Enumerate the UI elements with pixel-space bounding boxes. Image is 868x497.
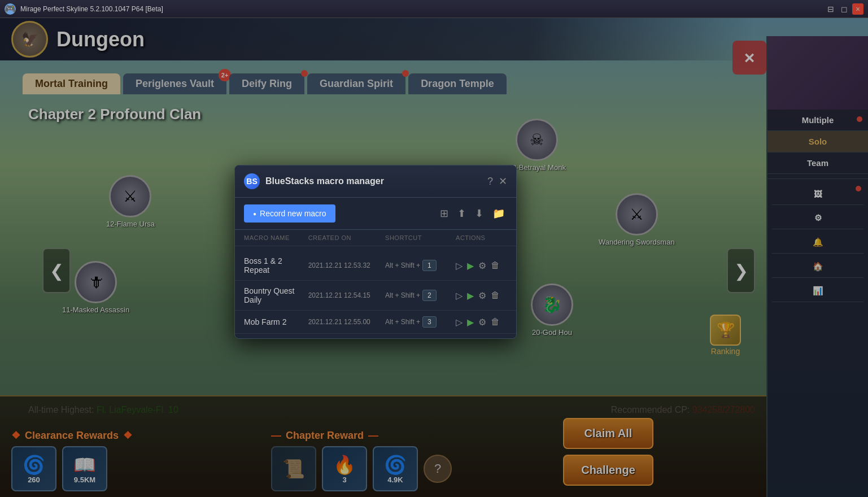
folder-icon[interactable]: 📁 <box>490 205 507 222</box>
macro-row-1: Boss 1 & 2 Repeat 2021.12.21 12.53.32 Al… <box>235 251 516 281</box>
shortcut-key-1: 1 <box>422 260 437 271</box>
macro-play-1[interactable]: ▶ <box>467 260 474 271</box>
col-shortcut: SHORTCUT <box>385 234 456 241</box>
shortcut-key-2: 2 <box>422 290 437 301</box>
export-icon[interactable]: ⬆ <box>455 205 468 222</box>
macro-actions-1: ▷ ▶ ⚙ 🗑 <box>456 260 507 271</box>
macro-edit-2[interactable]: ▷ <box>456 290 463 301</box>
bluestacks-logo: BS <box>244 173 260 189</box>
macro-settings-2[interactable]: ⚙ <box>478 290 486 301</box>
macro-play-3[interactable]: ▶ <box>467 317 474 328</box>
game-window: 🦅 Dungeon × Mortal Training Periglenes V… <box>0 18 868 497</box>
macro-settings-1[interactable]: ⚙ <box>478 260 486 271</box>
modal-help-icon[interactable]: ? <box>487 176 493 188</box>
macro-delete-3[interactable]: 🗑 <box>491 317 500 327</box>
macro-table-header: MACRO NAME CREATED ON SHORTCUT ACTIONS <box>235 230 516 246</box>
macro-date-2: 2021.12.21 12.54.15 <box>308 291 385 299</box>
macro-shortcut-1: Alt + Shift + 1 <box>385 260 456 271</box>
macro-delete-2[interactable]: 🗑 <box>491 290 500 300</box>
modal-toolbar: Record new macro ⊞ ⬆ ⬇ 📁 <box>235 198 516 230</box>
split-icon[interactable]: ⊞ <box>438 205 451 222</box>
window-controls: ⊟ ◻ × <box>825 3 863 15</box>
shortcut-prefix-3: Alt + Shift + <box>385 318 420 326</box>
col-actions: ACTIONS <box>456 234 507 241</box>
restore-button[interactable]: ◻ <box>839 3 850 15</box>
macro-date-1: 2021.12.21 12.53.32 <box>308 261 385 269</box>
record-new-macro-button[interactable]: Record new macro <box>244 204 335 223</box>
col-macro-name: MACRO NAME <box>244 234 308 241</box>
macro-name-2: Bountry Quest Daily <box>244 286 308 304</box>
import-icon[interactable]: ⬇ <box>473 205 486 222</box>
modal-header: BS BlueStacks macro manager ? ✕ <box>235 165 516 198</box>
col-created-on: CREATED ON <box>308 234 385 241</box>
modal-close-button[interactable]: ✕ <box>499 175 507 188</box>
macro-table-body: Boss 1 & 2 Repeat 2021.12.21 12.53.32 Al… <box>235 246 516 338</box>
macro-manager-modal: BS BlueStacks macro manager ? ✕ Record n… <box>234 165 517 339</box>
macro-shortcut-2: Alt + Shift + 2 <box>385 290 456 301</box>
taskbar: 🎮 Mirage Perfect Skyline 5.2.100.1047 P6… <box>0 0 868 18</box>
modal-title: BlueStacks macro manager <box>265 176 487 186</box>
shortcut-prefix-2: Alt + Shift + <box>385 291 420 299</box>
macro-actions-3: ▷ ▶ ⚙ 🗑 <box>456 317 507 328</box>
modal-overlay: BS BlueStacks macro manager ? ✕ Record n… <box>0 18 868 497</box>
macro-row-2: Bountry Quest Daily 2021.12.21 12.54.15 … <box>235 281 516 311</box>
macro-delete-1[interactable]: 🗑 <box>491 260 500 271</box>
macro-play-2[interactable]: ▶ <box>467 290 474 301</box>
macro-edit-1[interactable]: ▷ <box>456 260 463 271</box>
shortcut-prefix-1: Alt + Shift + <box>385 261 420 269</box>
app-icon: 🎮 <box>5 3 16 15</box>
macro-actions-2: ▷ ▶ ⚙ 🗑 <box>456 290 507 301</box>
macro-row-3: Mob Farm 2 2021.12.21 12.55.00 Alt + Shi… <box>235 311 516 334</box>
shortcut-key-3: 3 <box>422 316 437 328</box>
app-title: Mirage Perfect Skyline 5.2.100.1047 P64 … <box>20 5 825 13</box>
macro-name-1: Boss 1 & 2 Repeat <box>244 256 308 274</box>
macro-shortcut-3: Alt + Shift + 3 <box>385 316 456 328</box>
macro-name-3: Mob Farm 2 <box>244 317 308 326</box>
macro-edit-3[interactable]: ▷ <box>456 317 463 328</box>
macro-settings-3[interactable]: ⚙ <box>478 317 486 328</box>
minimize-button[interactable]: ⊟ <box>825 3 836 15</box>
macro-date-3: 2021.12.21 12.55.00 <box>308 318 385 326</box>
close-app-button[interactable]: × <box>852 3 863 15</box>
